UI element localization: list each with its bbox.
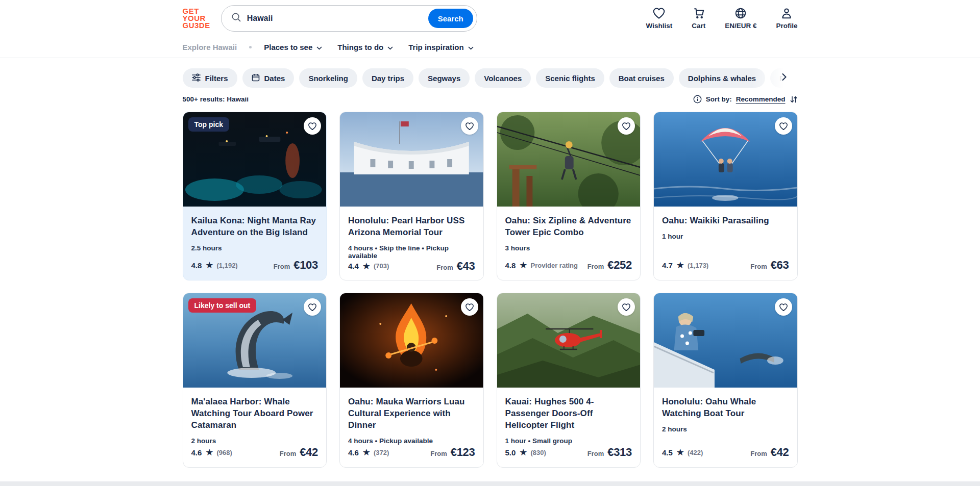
page: GET YOUR GU3DE Search [0, 0, 980, 486]
tour-title: Oahu: Waikiki Parasailing [662, 215, 789, 227]
review-count: (1,192) [217, 262, 238, 269]
tour-card[interactable]: Oahu: Waikiki Parasailing 1 hour 4.7 ★ (… [653, 112, 798, 280]
star-icon: ★ [205, 261, 213, 270]
secondary-nav: Explore Hawaii Places to see Things to d… [0, 37, 980, 58]
wishlist-heart-button[interactable] [618, 117, 635, 135]
wishlist-button[interactable]: Wishlist [646, 7, 673, 30]
from-label: From [430, 450, 447, 457]
search-input[interactable] [247, 14, 423, 23]
sliders-icon [192, 73, 201, 83]
tour-title: Kauai: Hughes 500 4-Passenger Doors-Off … [505, 396, 632, 431]
tour-card[interactable]: Honolulu: Oahu Whale Watching Boat Tour … [653, 293, 798, 468]
chip-scenic-flights[interactable]: Scenic flights [536, 68, 604, 88]
chip-label: Segways [428, 74, 460, 83]
sort-selector[interactable]: Recommended [736, 95, 786, 103]
cart-button[interactable]: Cart [692, 7, 705, 30]
globe-icon [734, 7, 747, 19]
info-icon[interactable] [693, 95, 702, 104]
heart-icon [779, 303, 788, 312]
wishlist-heart-button[interactable] [304, 298, 321, 316]
heart-icon [465, 303, 474, 312]
from-label: From [587, 450, 604, 457]
chip-label: Volcanoes [484, 74, 522, 83]
review-count: (1,173) [688, 262, 708, 269]
tour-card[interactable]: Honolulu: Pearl Harbor USS Arizona Memor… [339, 112, 484, 280]
nav-item-trip-inspiration[interactable]: Trip inspiration [408, 43, 473, 52]
nav-item-things-to-do[interactable]: Things to do [337, 43, 393, 52]
price: €42 [771, 446, 789, 459]
header-actions: Wishlist Cart [646, 7, 798, 30]
filter-chip-row: Filters Dates Snorkeling Day trips Segwa… [183, 68, 798, 88]
price: €43 [457, 260, 475, 273]
card-image-whale-watching [654, 293, 797, 388]
star-icon: ★ [362, 448, 371, 457]
chip-snorkeling[interactable]: Snorkeling [299, 68, 357, 88]
wishlist-heart-button[interactable] [461, 117, 478, 135]
search-button[interactable]: Search [428, 9, 473, 28]
wishlist-heart-button[interactable] [304, 117, 321, 135]
search-bar[interactable]: Search [221, 5, 477, 32]
results-count: 500+ results: Hawaii [183, 95, 249, 103]
chip-segways[interactable]: Segways [419, 68, 470, 88]
header: GET YOUR GU3DE Search [183, 0, 798, 37]
tour-meta: 2 hours [191, 437, 318, 445]
breadcrumb-explore-hawaii[interactable]: Explore Hawaii [183, 43, 237, 52]
star-icon: ★ [676, 448, 684, 457]
tour-card[interactable]: Top pick Kailua Kona: Night Manta Ray Ad… [183, 112, 327, 280]
sort-direction-icon[interactable] [790, 95, 798, 104]
language-currency-button[interactable]: EN/EUR € [725, 7, 756, 30]
tour-card[interactable]: Kauai: Hughes 500 4-Passenger Doors-Off … [497, 293, 641, 468]
tour-meta: 2.5 hours [191, 244, 318, 252]
tour-card[interactable]: Oahu: Mauka Warriors Luau Cultural Exper… [339, 293, 484, 468]
wishlist-heart-button[interactable] [775, 117, 792, 135]
chip-label: Day trips [372, 74, 404, 83]
wishlist-heart-button[interactable] [461, 298, 478, 316]
action-label: Profile [776, 22, 797, 30]
tour-card[interactable]: Oahu: Six Zipline & Adventure Tower Epic… [497, 112, 641, 280]
from-label: From [750, 263, 767, 270]
calendar-icon [252, 73, 260, 83]
heart-icon [308, 122, 317, 131]
chip-label: Scenic flights [545, 74, 595, 83]
results-grid: Top pick Kailua Kona: Night Manta Ray Ad… [183, 112, 798, 468]
chip-boat-cruises[interactable]: Boat cruises [609, 68, 674, 88]
tour-meta: 1 hour [662, 233, 789, 240]
dates-chip[interactable]: Dates [242, 68, 295, 88]
tour-meta: 1 hour • Small group [505, 437, 632, 445]
tour-meta: 4 hours • Skip the line • Pickup availab… [348, 244, 475, 260]
wishlist-heart-button[interactable] [775, 298, 792, 316]
chips-fade-overlay [752, 68, 798, 88]
wishlist-heart-button[interactable] [618, 298, 635, 316]
price: €103 [293, 259, 318, 272]
tour-title: Honolulu: Oahu Whale Watching Boat Tour [662, 396, 789, 420]
review-count: (968) [217, 449, 232, 456]
card-image-night-manta-ray: Top pick [183, 112, 327, 207]
nav-item-places-to-see[interactable]: Places to see [264, 43, 322, 52]
profile-icon [780, 7, 793, 19]
chip-label: Snorkeling [308, 74, 348, 83]
rating-value: 4.5 [662, 448, 673, 457]
card-image-pearl-harbor [340, 112, 483, 207]
price: €313 [607, 446, 632, 459]
chevron-down-icon [387, 43, 393, 52]
tour-card[interactable]: Likely to sell out Ma'alaea Harbor: Whal… [183, 293, 327, 468]
chips-scroll-next-button[interactable] [778, 72, 791, 84]
action-label: EN/EUR € [725, 22, 756, 30]
rating-value: 4.6 [348, 448, 359, 457]
tour-meta: 4 hours • Pickup available [348, 437, 475, 445]
chip-day-trips[interactable]: Day trips [362, 68, 413, 88]
rating-value: 4.7 [662, 261, 673, 270]
heart-icon [465, 122, 474, 131]
top-pick-badge: Top pick [188, 117, 230, 132]
rating-value: 4.8 [191, 261, 202, 270]
tour-title: Oahu: Six Zipline & Adventure Tower Epic… [505, 215, 632, 239]
profile-button[interactable]: Profile [776, 7, 797, 30]
card-image-parasailing [654, 112, 797, 207]
filters-chip[interactable]: Filters [183, 68, 237, 88]
chip-volcanoes[interactable]: Volcanoes [475, 68, 531, 88]
tour-title: Kailua Kona: Night Manta Ray Adventure o… [191, 215, 318, 239]
getyourguide-logo[interactable]: GET YOUR GU3DE [183, 8, 210, 29]
heart-icon [652, 7, 666, 19]
tour-title: Honolulu: Pearl Harbor USS Arizona Memor… [348, 215, 475, 239]
sort-by-label: Sort by: [706, 95, 732, 103]
